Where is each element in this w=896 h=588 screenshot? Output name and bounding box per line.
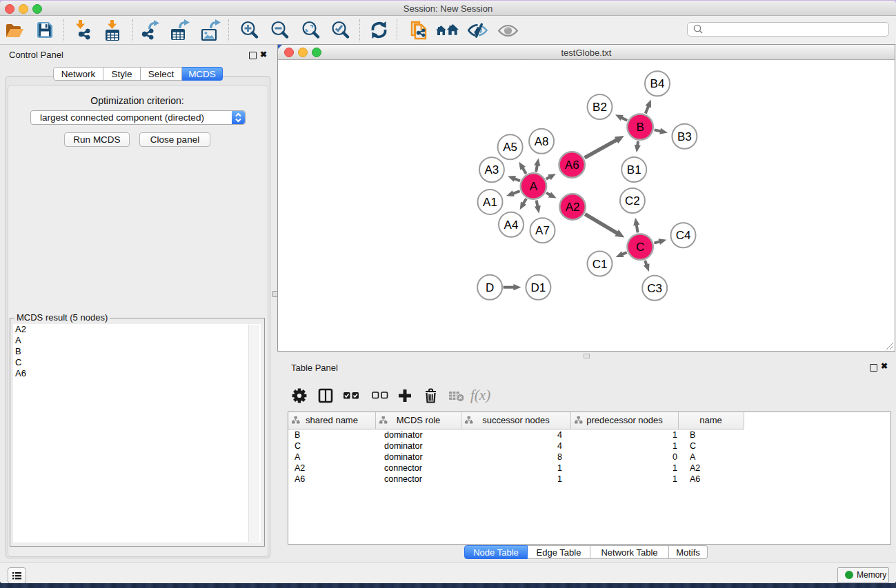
svg-text:B2: B2 xyxy=(593,101,607,114)
svg-text:B1: B1 xyxy=(627,163,641,176)
svg-text:B4: B4 xyxy=(650,77,665,90)
svg-text:C4: C4 xyxy=(676,229,691,242)
svg-text:B3: B3 xyxy=(677,130,692,143)
svg-text:A: A xyxy=(530,180,538,193)
svg-text:C3: C3 xyxy=(647,282,662,295)
svg-text:D1: D1 xyxy=(531,281,546,294)
svg-text:C: C xyxy=(636,241,644,254)
svg-text:C2: C2 xyxy=(625,194,640,207)
svg-text:A8: A8 xyxy=(535,135,549,148)
svg-text:A7: A7 xyxy=(535,224,550,237)
svg-text:D: D xyxy=(486,281,494,294)
svg-text:A6: A6 xyxy=(565,159,579,172)
svg-text:A3: A3 xyxy=(485,163,499,176)
svg-text:A1: A1 xyxy=(483,196,497,209)
svg-text:A4: A4 xyxy=(504,219,519,232)
svg-text:A2: A2 xyxy=(566,201,580,214)
svg-text:A5: A5 xyxy=(503,141,517,154)
svg-text:B: B xyxy=(636,121,644,134)
svg-text:C1: C1 xyxy=(593,258,608,271)
